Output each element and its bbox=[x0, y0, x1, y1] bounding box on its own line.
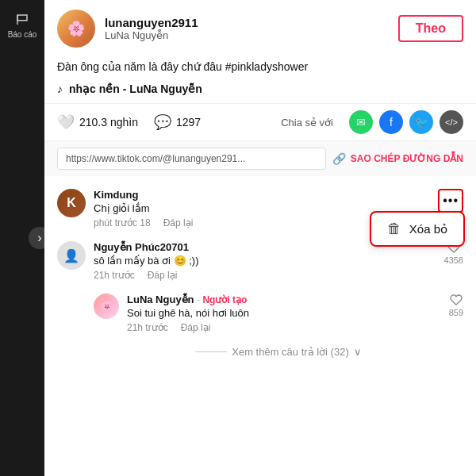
link-icon: 🔗 bbox=[332, 152, 346, 165]
likes-count: 210.3 nghìn bbox=[79, 116, 138, 129]
url-row: https://www.tiktok.com/@lunanguyen291...… bbox=[44, 141, 476, 176]
comments-section: K Kimdung Chị giỏi lắm phút trước 18 Đáp… bbox=[44, 176, 476, 476]
twitter-share-button[interactable]: 🐦 bbox=[409, 110, 433, 134]
phuoc-comment-body: Nguyễn Phúc20701 sô lần mấy bà ơi 😊 ;)) … bbox=[94, 241, 436, 281]
heart-icon: 🤍 bbox=[57, 113, 75, 131]
comment-icon: 💬 bbox=[154, 113, 171, 131]
luna-username: LuNa Nguyễn · Người tạo bbox=[127, 294, 441, 305]
post-header: 🌸 lunanguyen2911 LuNa Nguyễn Theo bbox=[44, 0, 476, 57]
creator-badge: Người tạo bbox=[202, 294, 247, 305]
display-name: LuNa Nguyễn bbox=[105, 29, 389, 41]
likes-stat: 🤍 210.3 nghìn bbox=[57, 113, 138, 131]
kimdung-avatar: K bbox=[57, 189, 86, 217]
see-more-replies[interactable]: Xem thêm câu trả lời (32) ∨ bbox=[81, 340, 476, 364]
see-more-label: Xem thêm câu trả lời (32) bbox=[232, 346, 349, 358]
avatar: 🌸 bbox=[57, 10, 95, 48]
whatsapp-share-button[interactable]: ✉ bbox=[349, 110, 373, 134]
facebook-share-button[interactable]: f bbox=[379, 110, 403, 134]
comments-stat: 💬 1297 bbox=[154, 113, 201, 131]
kimdung-reply-button[interactable]: Đáp lại bbox=[163, 217, 194, 228]
share-icons: ✉ f 🐦 </> bbox=[349, 110, 463, 134]
luna-comment-body: LuNa Nguyễn · Người tạo Soi tui ghê hà, … bbox=[127, 294, 441, 333]
follow-button[interactable]: Theo bbox=[398, 15, 463, 42]
user-info: lunanguyen2911 LuNa Nguyễn bbox=[105, 16, 389, 41]
kimdung-time: phút trước 18 bbox=[94, 217, 151, 228]
phuoc-time: 21h trước bbox=[94, 270, 135, 281]
avatar-image: 🌸 bbox=[57, 10, 95, 48]
divider-left bbox=[195, 351, 227, 352]
three-dot-icon: ••• bbox=[443, 194, 459, 207]
music-row[interactable]: ♪ nhạc nền - LuNa Nguyễn bbox=[44, 79, 476, 103]
copy-label: SAO CHÉP ĐƯỜNG DẪN bbox=[351, 153, 463, 164]
main-panel: 🌸 lunanguyen2911 LuNa Nguyễn Theo Đàn ôn… bbox=[44, 0, 476, 476]
delete-label: Xóa bỏ bbox=[409, 222, 447, 236]
luna-text: Soi tui ghê hà, nói hơi luôn bbox=[127, 307, 441, 319]
phuoc-avatar: 👤 bbox=[57, 241, 86, 270]
username: lunanguyen2911 bbox=[105, 16, 389, 29]
luna-meta: 21h trước Đáp lại bbox=[127, 322, 441, 333]
copy-link-button[interactable]: 🔗 SAO CHÉP ĐƯỜNG DẪN bbox=[332, 152, 463, 165]
phuoc-text: sô lần mấy bà ơi 😊 ;)) bbox=[94, 255, 436, 267]
embed-share-button[interactable]: </> bbox=[440, 110, 463, 134]
share-label: Chia sẻ với bbox=[281, 117, 333, 129]
comment-options-button[interactable]: ••• bbox=[438, 189, 463, 213]
report-label: Báo cáo bbox=[8, 30, 37, 39]
luna-likes-count: 859 bbox=[449, 308, 463, 317]
sidebar: Báo cáo › bbox=[0, 0, 44, 476]
report-button[interactable]: Báo cáo bbox=[8, 13, 37, 39]
comment-kimdung: K Kimdung Chị giỏi lắm phút trước 18 Đáp… bbox=[44, 182, 476, 235]
phuoc-likes-count: 4358 bbox=[444, 255, 463, 265]
chevron-down-icon: ∨ bbox=[354, 346, 362, 358]
phuoc-reply-button[interactable]: Đáp lại bbox=[148, 270, 178, 281]
stats-row: 🤍 210.3 nghìn 💬 1297 Chia sẻ với ✉ f 🐦 <… bbox=[44, 103, 476, 141]
trash-icon: 🗑 bbox=[387, 221, 401, 237]
heart-outline-icon-2 bbox=[450, 294, 463, 306]
caption-text: Đàn ông của năm là đây chứ đâu #pinklady… bbox=[57, 60, 308, 73]
flag-icon bbox=[15, 13, 29, 27]
music-note-icon: ♪ bbox=[57, 83, 63, 95]
delete-popup[interactable]: 🗑 Xóa bỏ bbox=[370, 211, 465, 247]
nested-comment-luna: 🌸 LuNa Nguyễn · Người tạo Soi tui ghê hà… bbox=[81, 287, 476, 340]
kimdung-username: Kimdung bbox=[94, 189, 463, 201]
post-caption: Đàn ông của năm là đây chứ đâu #pinklady… bbox=[44, 57, 476, 79]
music-text: nhạc nền - LuNa Nguyễn bbox=[69, 83, 202, 95]
luna-like[interactable]: 859 bbox=[449, 294, 463, 317]
comments-count: 1297 bbox=[176, 116, 201, 129]
phuoc-meta: 21h trước Đáp lại bbox=[94, 270, 436, 281]
luna-reply-button[interactable]: Đáp lại bbox=[181, 322, 211, 333]
luna-time: 21h trước bbox=[127, 322, 168, 333]
luna-avatar: 🌸 bbox=[94, 294, 119, 319]
url-display: https://www.tiktok.com/@lunanguyen291... bbox=[57, 148, 326, 170]
